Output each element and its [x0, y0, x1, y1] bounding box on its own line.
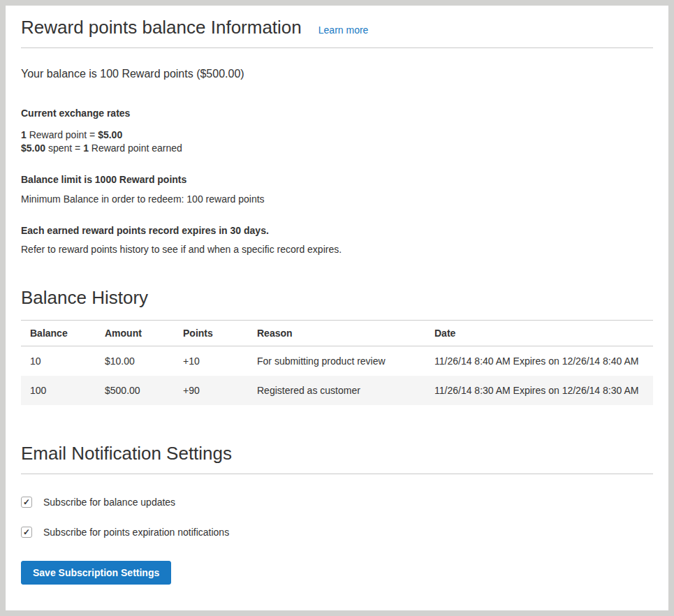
cell-reason: Registered as customer — [248, 376, 425, 405]
earn-rate-amount: $5.00 — [98, 129, 122, 140]
expiration-heading: Each earned reward points record expires… — [21, 225, 653, 236]
checkmark-icon: ✓ — [23, 498, 30, 506]
exchange-rates: 1 Reward point = $5.00 $5.00 spent = 1 R… — [21, 129, 653, 155]
checkbox-label: Subscribe for balance updates — [43, 497, 175, 508]
balance-limit-heading: Balance limit is 1000 Reward points — [21, 174, 653, 185]
page-header: Reward points balance Information Learn … — [21, 17, 653, 48]
balance-history-table: Balance Amount Points Reason Date 10 $10… — [21, 320, 653, 405]
exchange-rates-heading: Current exchange rates — [21, 108, 653, 119]
cell-balance: 10 — [21, 346, 96, 376]
points-expiration-checkbox[interactable]: ✓ — [21, 527, 32, 538]
balance-updates-checkbox[interactable]: ✓ — [21, 497, 32, 508]
cell-date: 11/26/14 8:30 AM Expires on 12/26/14 8:3… — [425, 376, 653, 405]
column-header-balance: Balance — [21, 321, 96, 346]
cell-balance: 100 — [21, 376, 96, 405]
reward-points-panel: Reward points balance Information Learn … — [6, 6, 668, 610]
subscribe-points-expiration-option[interactable]: ✓ Subscribe for points expiration notifi… — [21, 527, 653, 538]
cell-reason: For submitting product review — [248, 346, 425, 376]
save-subscription-settings-button[interactable]: Save Subscription Settings — [21, 561, 171, 585]
expiration-note: Refer to reward points history to see if… — [21, 244, 653, 255]
email-settings-title: Email Notification Settings — [21, 443, 653, 474]
checkmark-icon: ✓ — [23, 528, 30, 536]
cell-date: 11/26/14 8:40 AM Expires on 12/26/14 8:4… — [425, 346, 653, 376]
balance-history-title: Balance History — [21, 287, 653, 309]
checkbox-label: Subscribe for points expiration notifica… — [43, 527, 229, 538]
column-header-reason: Reason — [248, 321, 425, 346]
column-header-amount: Amount — [96, 321, 174, 346]
earn-rate-points: 1 — [21, 129, 27, 140]
cell-points: +90 — [174, 376, 248, 405]
learn-more-link[interactable]: Learn more — [318, 24, 369, 36]
table-row: 100 $500.00 +90 Registered as customer 1… — [21, 376, 653, 405]
cell-points: +10 — [174, 346, 248, 376]
cell-amount: $10.00 — [96, 346, 174, 376]
spend-rate-suffix: Reward point earned — [89, 142, 182, 154]
minimum-balance-note: Minimum Balance in order to redeem: 100 … — [21, 193, 653, 205]
balance-summary: Your balance is 100 Reward points ($500.… — [21, 68, 653, 80]
spend-rate-line: $5.00 spent = 1 Reward point earned — [21, 142, 653, 155]
spend-rate-points: 1 — [83, 142, 89, 154]
table-row: 10 $10.00 +10 For submitting product rev… — [21, 346, 653, 376]
column-header-points: Points — [174, 321, 248, 346]
earn-rate-text: Reward point = — [27, 129, 98, 140]
spend-rate-amount: $5.00 — [21, 142, 45, 154]
spend-rate-text: spent = — [45, 142, 83, 154]
page-title: Reward points balance Information — [21, 17, 302, 38]
table-header-row: Balance Amount Points Reason Date — [21, 321, 653, 346]
column-header-date: Date — [425, 321, 653, 346]
cell-amount: $500.00 — [96, 376, 174, 405]
earn-rate-line: 1 Reward point = $5.00 — [21, 129, 653, 142]
subscribe-balance-updates-option[interactable]: ✓ Subscribe for balance updates — [21, 497, 653, 508]
